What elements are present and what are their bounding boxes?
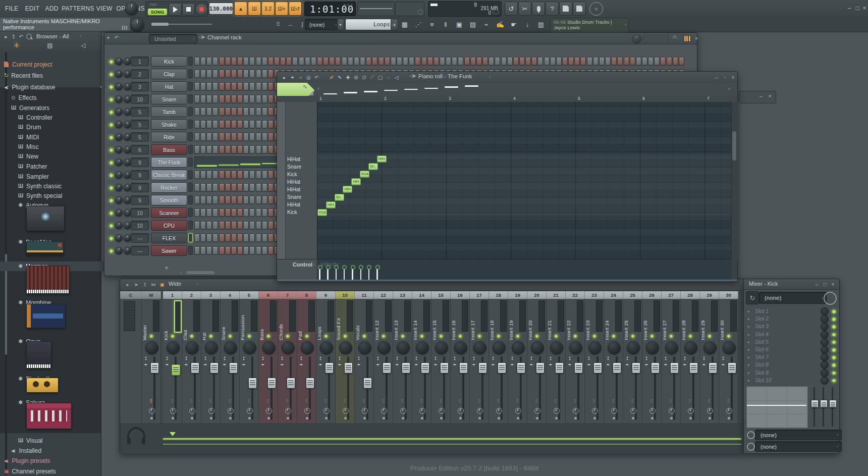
panel-clock-button[interactable] <box>824 292 837 305</box>
step-cell[interactable] <box>237 82 243 91</box>
step-cell[interactable] <box>194 133 200 141</box>
mixer-layout-icon[interactable]: ▣ <box>158 281 166 288</box>
pan-leftright-icon[interactable]: ◂▸ <box>396 362 399 366</box>
step-cell[interactable] <box>446 57 451 66</box>
step-cell[interactable] <box>262 108 267 116</box>
fx-slot-5[interactable]: Slot 5 <box>755 338 810 346</box>
channel-mini-fader[interactable] <box>188 233 193 242</box>
channel-pan-knob[interactable] <box>124 184 131 191</box>
slot-enable-led[interactable] <box>832 355 836 360</box>
channel-button[interactable]: Smooth <box>151 195 187 205</box>
step-cell[interactable] <box>194 171 200 179</box>
channel-button[interactable]: Scanner <box>151 207 187 218</box>
mixer-track-knob[interactable] <box>608 341 621 354</box>
step-cell[interactable] <box>212 57 218 66</box>
pr-select-tool[interactable]: ▢ <box>377 74 384 81</box>
mixer-track-led[interactable] <box>631 334 635 338</box>
step-cell[interactable] <box>225 208 231 217</box>
mixer-peak-meter[interactable] <box>500 300 507 332</box>
route-arrow-icon[interactable]: ⇧ <box>189 398 194 404</box>
rack-menu-button[interactable]: ▸ <box>107 35 113 42</box>
save-button[interactable] <box>559 2 572 16</box>
slot-mix-knob[interactable] <box>821 361 829 369</box>
step-cell[interactable] <box>225 171 231 179</box>
step-cell[interactable] <box>237 133 243 141</box>
track-clock-icon[interactable] <box>170 408 176 414</box>
pan-leftright-icon[interactable]: ◂▸ <box>530 362 533 366</box>
fader-handle[interactable] <box>498 362 506 374</box>
undo-button[interactable]: ↺ <box>505 2 518 16</box>
track-clock-icon[interactable] <box>381 408 387 414</box>
fader-handle[interactable] <box>440 362 449 374</box>
pr-vscrollbar-track[interactable] <box>731 102 738 259</box>
track-clock-icon[interactable] <box>323 408 330 414</box>
pan-leftright-icon[interactable]: ◂▸ <box>185 362 188 366</box>
slot-mix-knob[interactable] <box>821 331 829 339</box>
clipboard-icon[interactable]: ▤ <box>467 18 479 31</box>
output-route-icon[interactable] <box>747 431 755 439</box>
step-cell[interactable] <box>286 57 292 66</box>
channel-pan-knob[interactable] <box>124 133 131 141</box>
step-cell[interactable] <box>219 82 225 91</box>
step-cell[interactable] <box>212 196 218 204</box>
fx-slot-3[interactable]: Slot 3 <box>755 323 810 330</box>
send-level-line-2[interactable] <box>163 444 741 445</box>
step-cell[interactable] <box>243 208 249 217</box>
step-cell[interactable] <box>206 196 212 204</box>
pan-updown-icon[interactable]: ▴▾ <box>569 356 571 361</box>
channel-number[interactable]: 6 <box>131 145 149 154</box>
slot-expand-icon[interactable]: ▸ <box>748 333 751 337</box>
step-cell[interactable] <box>243 171 249 179</box>
mixer-track-led[interactable] <box>343 334 347 338</box>
master-pitch-knob[interactable] <box>130 18 144 32</box>
channel-number[interactable]: 10 <box>131 221 149 230</box>
step-cell[interactable] <box>372 57 377 66</box>
mixer-track-led[interactable] <box>286 334 290 338</box>
step-cell[interactable] <box>219 57 225 66</box>
step-cell[interactable] <box>243 57 249 66</box>
save-new-button[interactable] <box>573 2 586 16</box>
channel-enable-led[interactable] <box>109 72 114 77</box>
track-clock-icon[interactable] <box>477 408 483 414</box>
track-dot-icon[interactable] <box>150 417 153 419</box>
browser-up-button[interactable]: ↥ <box>11 33 17 40</box>
pr-vscrollbar-thumb[interactable] <box>732 131 736 161</box>
slot-expand-icon[interactable]: ▸ <box>748 379 751 383</box>
mixer-peak-meter[interactable] <box>308 300 315 332</box>
route-arrow-icon[interactable]: ⇧ <box>458 398 462 404</box>
bg-window-minimize-button[interactable]: – <box>760 93 763 99</box>
step-cell[interactable] <box>225 108 231 116</box>
step-cell[interactable] <box>219 196 225 204</box>
selector-next-button[interactable]: ▸ <box>337 19 344 30</box>
mixer-track-knob[interactable] <box>665 341 678 354</box>
fader-handle[interactable] <box>172 364 180 376</box>
route-arrow-icon[interactable]: ⇧ <box>707 398 712 404</box>
browser-item-midi[interactable]: ШMIDI <box>0 132 119 142</box>
track-dot-icon[interactable] <box>613 417 615 419</box>
step-cell[interactable] <box>237 70 243 78</box>
track-dot-icon[interactable] <box>536 417 538 419</box>
step-cell[interactable] <box>268 246 274 255</box>
slot-enable-led[interactable] <box>832 348 836 352</box>
step-cell[interactable] <box>262 196 267 204</box>
channel-enable-led[interactable] <box>109 224 114 228</box>
mixer-track-led[interactable] <box>708 334 712 338</box>
slot-expand-icon[interactable]: ▸ <box>748 371 751 375</box>
pr-hscroll-corner[interactable] <box>731 259 737 280</box>
track-clock-icon[interactable] <box>726 408 732 414</box>
step-cell[interactable] <box>476 57 482 66</box>
pan-updown-icon[interactable]: ▴▾ <box>262 356 264 361</box>
step-cell[interactable] <box>360 57 365 66</box>
pr-snap-magnet-icon[interactable]: ∩ <box>297 74 304 81</box>
step-cell[interactable] <box>194 246 200 255</box>
step-display-icon[interactable] <box>684 35 691 42</box>
mixer-track-header-4[interactable]: 4 <box>221 291 240 299</box>
route-arrow-icon[interactable]: ⇧ <box>477 398 481 404</box>
pr-undo-icon[interactable]: ↶ <box>313 74 320 81</box>
track-dot-icon[interactable] <box>440 417 443 419</box>
step-cell[interactable] <box>262 221 267 230</box>
step-cell[interactable] <box>243 70 249 78</box>
fx-slot-6[interactable]: Slot 6 <box>755 346 810 353</box>
countdown-icon[interactable]: 3.2 <box>261 2 275 16</box>
browser-item-installed[interactable]: ◀:Installed <box>0 446 112 455</box>
